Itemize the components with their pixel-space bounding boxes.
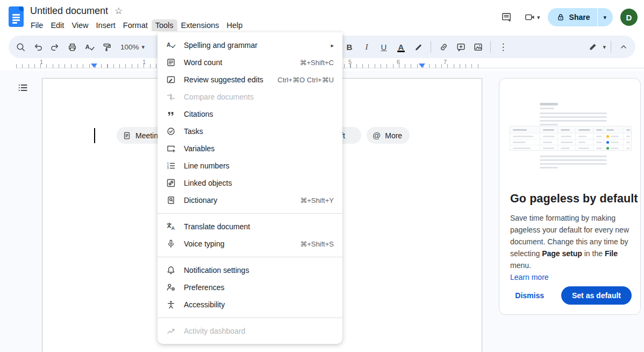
document-icon [123, 131, 131, 140]
promo-body-text: in the [582, 249, 605, 258]
add-comment-button[interactable] [453, 39, 468, 54]
insert-image-button[interactable] [470, 39, 485, 54]
menu-item-line-numbers[interactable]: 123 Line numbers [158, 157, 342, 174]
print-button[interactable] [65, 39, 80, 54]
divider [611, 41, 611, 53]
undo-icon [33, 42, 43, 52]
spellcheck-button[interactable]: A [82, 39, 97, 54]
menu-item-voice-typing[interactable]: Voice typing ⌘+Shift+S [158, 235, 342, 252]
menu-item-dictionary[interactable]: Dictionary ⌘+Shift+Y [158, 192, 342, 209]
bold-button[interactable]: B [342, 39, 357, 54]
menu-item-spelling-and-grammar[interactable]: A Spelling and grammar ▸ [158, 37, 342, 54]
menu-file[interactable]: File [27, 19, 47, 31]
menu-view[interactable]: View [68, 19, 92, 31]
menu-tools[interactable]: Tools [152, 19, 177, 31]
pageless-promo-card: Go pageless by default Save time formatt… [499, 78, 641, 315]
document-title[interactable]: Untitled document [30, 5, 108, 17]
ruler-number: 6 [397, 59, 400, 65]
menu-item-label: Line numbers [184, 161, 334, 170]
left-indent-marker[interactable] [91, 64, 97, 68]
menu-item-translate-document[interactable]: A Translate document [158, 218, 342, 235]
menu-format[interactable]: Format [119, 19, 152, 31]
citations-icon [166, 109, 176, 119]
share-dropdown[interactable]: ▾ [597, 8, 613, 26]
search-menus-button[interactable] [13, 39, 28, 54]
editing-mode-button[interactable] [585, 39, 600, 54]
zoom-control[interactable]: 100% ▾ [116, 39, 149, 54]
menu-item-word-count[interactable]: Word count ⌘+Shift+C [158, 54, 342, 71]
menu-item-label: Tasks [184, 127, 334, 136]
hide-menus-button[interactable] [616, 39, 631, 54]
accessibility-icon [166, 300, 176, 309]
header: Untitled document ☆ File Edit View Inser… [0, 0, 644, 33]
menu-item-shortcut: Ctrl+⌘O Ctrl+⌘U [277, 76, 334, 84]
link-icon [439, 42, 449, 52]
blue-dot [606, 141, 609, 144]
menu-extensions[interactable]: Extensions [177, 19, 223, 31]
more-options-button[interactable]: ⋮ [496, 39, 511, 54]
outline-icon [17, 82, 29, 93]
menu-item-compare-documents: Compare documents [158, 88, 342, 105]
tasks-icon [166, 126, 176, 136]
dictionary-icon [166, 195, 176, 205]
redo-button[interactable] [47, 39, 62, 54]
join-call-button[interactable]: ▾ [524, 12, 540, 23]
divider [490, 41, 491, 53]
caret-down-icon[interactable]: ▾ [603, 44, 606, 51]
chip-more[interactable]: @ More [367, 127, 410, 144]
comment-history-button[interactable] [496, 8, 517, 27]
variables-icon [166, 144, 176, 153]
menu-insert[interactable]: Insert [92, 19, 119, 31]
text-color-button[interactable]: A [393, 39, 409, 54]
menu-edit[interactable]: Edit [47, 19, 68, 31]
menu-item-label: Activity dashboard [184, 327, 334, 335]
menu-item-citations[interactable]: Citations [158, 105, 342, 123]
menu-item-shortcut: ⌘+Shift+C [299, 59, 334, 67]
menu-item-accessibility[interactable]: Accessibility [158, 296, 342, 313]
review-edits-icon [166, 75, 176, 85]
caret-down-icon: ▾ [537, 14, 540, 21]
highlight-button[interactable] [411, 39, 426, 54]
dismiss-button[interactable]: Dismiss [511, 288, 548, 303]
share-label: Share [569, 13, 590, 22]
menu-item-label: Notification settings [184, 266, 334, 274]
add-comment-icon [456, 42, 466, 52]
text-color-glyph: A [398, 43, 404, 52]
caret-down-icon: ▾ [603, 14, 606, 21]
undo-button[interactable] [30, 39, 45, 54]
menu-item-label: Review suggested edits [184, 75, 267, 84]
color-bar [397, 51, 405, 53]
show-outline-button[interactable] [17, 82, 29, 93]
italic-button[interactable]: I [359, 39, 374, 54]
ruler-number: 7 [443, 59, 447, 65]
menu-item-label: Compare documents [184, 93, 334, 101]
right-indent-marker[interactable] [419, 64, 425, 68]
star-icon[interactable]: ☆ [115, 5, 123, 17]
menu-help[interactable]: Help [223, 19, 247, 31]
comment-icon [501, 12, 512, 23]
lock-icon [556, 13, 565, 22]
insert-link-button[interactable] [436, 39, 451, 54]
yellow-dot [606, 135, 609, 138]
underline-button[interactable]: U [376, 39, 391, 54]
menu-item-notification-settings[interactable]: Notification settings [158, 262, 342, 279]
set-as-default-button[interactable]: Set as default [561, 286, 632, 305]
promo-body-bold: Page setup [542, 249, 582, 258]
share-button[interactable]: Share ▾ [548, 8, 613, 26]
docs-logo[interactable] [9, 6, 24, 27]
menu-item-preferences[interactable]: Preferences [158, 279, 342, 296]
menu-item-linked-objects[interactable]: Linked objects [158, 174, 342, 192]
menu-item-label: Spelling and grammar [184, 41, 320, 50]
ruler-number: 1 [142, 59, 146, 65]
avatar[interactable]: D [620, 9, 638, 26]
menu-item-variables[interactable]: Variables [158, 140, 342, 157]
learn-more-link[interactable]: Learn more [510, 273, 549, 281]
menu-item-review-suggested-edits[interactable]: Review suggested edits Ctrl+⌘O Ctrl+⌘U [158, 71, 342, 88]
menu-item-tasks[interactable]: Tasks [158, 123, 342, 140]
linked-objects-icon [166, 178, 176, 188]
menu-item-activity-dashboard: Activity dashboard [158, 322, 342, 340]
menu-item-label: Accessibility [184, 300, 334, 309]
menu-item-shortcut: ⌘+Shift+S [300, 240, 334, 248]
menu-item-label: Linked objects [184, 179, 334, 187]
paint-format-button[interactable] [99, 39, 114, 54]
